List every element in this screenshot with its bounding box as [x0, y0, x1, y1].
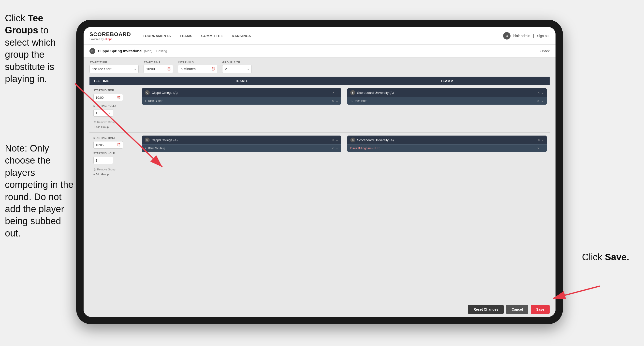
back-button[interactable]: ‹ Back [540, 49, 550, 53]
start-type-chevron: ⌄ [134, 67, 136, 71]
tablet: SCOREBOARD Powered by clippd TOURNAMENTS… [76, 20, 563, 324]
team2-badge-2: S [350, 137, 355, 142]
start-time-label: Start Time [144, 61, 173, 64]
instruction-note: Note: Only choose the players competing … [0, 137, 79, 244]
player-caret-t2-2[interactable]: ⌄ [541, 147, 544, 150]
player-row-2: 2. Blair McHarg × ⌄ [142, 144, 341, 152]
team2-card-1: S Scoreboard University (A) × ⌄ 1. Rees … [347, 88, 547, 105]
click-save-instruction: Click Save. [582, 252, 629, 263]
instruction-main: Click Tee Groups to select which group t… [0, 7, 79, 90]
team1-actions-1: × ⌄ [332, 91, 338, 94]
group-size-label: Group Size [222, 61, 252, 64]
add-group-2[interactable]: + Add Group [94, 173, 135, 176]
navbar: SCOREBOARD Powered by clippd TOURNAMENTS… [84, 27, 556, 45]
team2-remove-2[interactable]: × [538, 138, 540, 142]
intervals-input[interactable]: 5 Minutes ⏰ [178, 65, 217, 73]
table-row: STARTING TIME: 10:05 ⏰ STARTING HOLE: 1 … [90, 133, 550, 180]
tee-time-cell-1: STARTING TIME: 10:00 ⏰ STARTING HOLE: 1 … [90, 85, 139, 132]
starting-hole-input-2[interactable]: 1 ⌄ [94, 157, 113, 164]
team1-remove-2[interactable]: × [332, 138, 334, 142]
remove-group-1[interactable]: 🗑 Remove Group [94, 121, 135, 123]
team1-name-1[interactable]: Clippd College (A) [152, 91, 330, 94]
team2-remove-1[interactable]: × [538, 91, 540, 94]
hosting-label: Hosting [156, 49, 167, 53]
team2-name-1[interactable]: Scoreboard University (A) [357, 91, 536, 94]
intervals-field: Intervals 5 Minutes ⏰ [178, 61, 217, 73]
starting-time-input-2[interactable]: 10:05 ⏰ [94, 141, 123, 149]
note-label: Note: [5, 143, 30, 153]
team2-name-2[interactable]: Scoreboard University (A) [357, 138, 536, 142]
start-time-icon: ⏰ [167, 67, 171, 71]
player-name-t2-1: 1. Rees Britt [350, 99, 535, 103]
tablet-screen: SCOREBOARD Powered by clippd TOURNAMENTS… [84, 27, 556, 317]
team1-card-header-2: C Clippd College (A) × ⌄ [142, 136, 341, 144]
nav-right: B blair admin | Sign out [503, 32, 550, 39]
sub-header: B Clippd Spring Invitational (Men) Hosti… [84, 45, 556, 57]
starting-time-input-1[interactable]: 10:00 ⏰ [94, 94, 123, 101]
table-header: Tee Time Team 1 Team 2 [90, 77, 550, 85]
nav-tournaments[interactable]: TOURNAMENTS [138, 32, 175, 40]
team1-badge-1: C [145, 90, 150, 95]
player-caret-1[interactable]: ⌄ [336, 99, 338, 103]
table-row: STARTING TIME: 10:00 ⏰ STARTING HOLE: 1 … [90, 85, 550, 133]
sub-header-badge: B [90, 48, 95, 54]
player-sub-t2-2: Dave Billingham (SUB) [350, 147, 535, 150]
table-body: STARTING TIME: 10:00 ⏰ STARTING HOLE: 1 … [90, 85, 550, 180]
tournament-name: Clippd Spring Invitational [98, 49, 142, 53]
team2-badge-1: S [350, 90, 355, 95]
team1-badge-2: C [145, 137, 150, 142]
start-type-input[interactable]: 1st Tee Start ⌄ [90, 65, 139, 73]
team2-card-header-1: S Scoreboard University (A) × ⌄ [347, 88, 547, 97]
player-remove-2[interactable]: × [332, 146, 334, 150]
player-caret-t2-1[interactable]: ⌄ [541, 99, 544, 103]
reset-changes-button[interactable]: Reset Changes [468, 305, 504, 314]
th-team2: Team 2 [344, 77, 550, 85]
team1-remove-1[interactable]: × [332, 91, 334, 94]
logo-scoreboard: SCOREBOARD [90, 31, 131, 37]
bottom-bar: Reset Changes Cancel Save [84, 302, 556, 317]
team1-card-2: C Clippd College (A) × ⌄ 2. Blair McHarg [142, 136, 341, 152]
team1-caret-1[interactable]: ⌄ [336, 91, 338, 94]
nav-teams[interactable]: TEAMS [175, 32, 197, 40]
player-caret-2[interactable]: ⌄ [336, 147, 338, 150]
tee-table: Tee Time Team 1 Team 2 STARTING TIME: 10… [84, 77, 556, 302]
group-size-chevron: ⌄ [247, 67, 250, 71]
logo-area: SCOREBOARD Powered by clippd [90, 31, 131, 40]
intervals-icon: ⏰ [212, 67, 215, 71]
cancel-button[interactable]: Cancel [506, 305, 528, 314]
group-size-input[interactable]: 2 ⌄ [222, 65, 252, 73]
nav-avatar: B [503, 32, 510, 39]
trash-icon-2: 🗑 [94, 168, 96, 171]
player-remove-t2-1[interactable]: × [537, 99, 539, 103]
team2-card-header-2: S Scoreboard University (A) × ⌄ [347, 136, 547, 144]
team2-actions-1: × ⌄ [538, 91, 544, 94]
team1-caret-2[interactable]: ⌄ [336, 138, 338, 142]
starting-hole-input-1[interactable]: 1 ⌄ [94, 109, 113, 117]
instruction-text-1: Click [5, 13, 28, 23]
player-row-1: 1. Rich Butler × ⌄ [142, 97, 341, 105]
starting-hole-label-1: STARTING HOLE: [94, 105, 135, 107]
start-time-input[interactable]: 10:00 ⏰ [144, 65, 173, 73]
team2-caret-2[interactable]: ⌄ [541, 138, 544, 142]
remove-group-2[interactable]: 🗑 Remove Group [94, 168, 135, 171]
hole-chevron-2: ⌄ [108, 159, 111, 162]
player-row-t2-1: 1. Rees Britt × ⌄ [347, 97, 547, 105]
nav-committee[interactable]: COMMITTEE [197, 32, 228, 40]
player-remove-1[interactable]: × [332, 99, 334, 103]
main-content: Start Type 1st Tee Start ⌄ Start Time 10… [84, 57, 556, 317]
save-button[interactable]: Save [531, 305, 550, 314]
team1-cell-2: C Clippd College (A) × ⌄ 2. Blair McHarg [139, 133, 344, 180]
team2-cell-1: S Scoreboard University (A) × ⌄ 1. Rees … [344, 85, 550, 132]
add-group-1[interactable]: + Add Group [94, 125, 135, 128]
player-remove-t2-2[interactable]: × [537, 146, 539, 150]
team1-name-2[interactable]: Clippd College (A) [152, 138, 330, 142]
player-name-2: 2. Blair McHarg [145, 147, 330, 150]
sign-out-link[interactable]: Sign out [537, 34, 550, 38]
team2-caret-1[interactable]: ⌄ [541, 91, 544, 94]
nav-rankings[interactable]: RANKINGS [227, 32, 256, 40]
logo-powered: Powered by clippd [90, 37, 131, 40]
team2-actions-2: × ⌄ [538, 138, 544, 142]
nav-items: TOURNAMENTS TEAMS COMMITTEE RANKINGS [138, 32, 503, 40]
time-icon-2: ⏰ [117, 143, 121, 147]
group-size-field: Group Size 2 ⌄ [222, 61, 252, 73]
